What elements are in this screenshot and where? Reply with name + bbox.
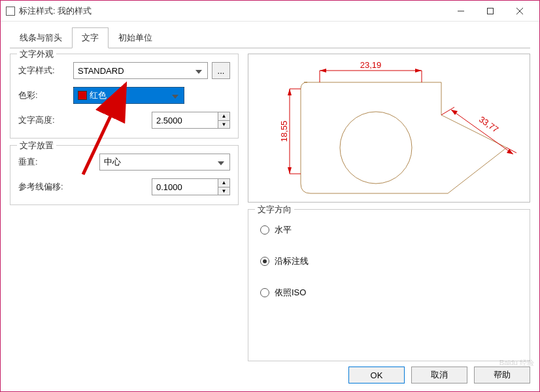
spinner-up-icon[interactable]: ▲ — [218, 112, 229, 121]
text-height-input[interactable] — [152, 112, 218, 128]
color-value: 红色 — [90, 90, 107, 101]
radio-aligned[interactable]: 沿标注线 — [260, 255, 518, 267]
maximize-button[interactable] — [475, 1, 505, 21]
svg-text:33,77: 33,77 — [477, 114, 500, 135]
svg-marker-4 — [195, 70, 202, 74]
spinner-up-icon[interactable]: ▲ — [218, 179, 229, 188]
svg-marker-16 — [288, 167, 292, 174]
svg-marker-5 — [172, 95, 178, 99]
text-style-label: 文字样式: — [18, 65, 73, 76]
radio-icon — [260, 225, 269, 235]
ok-button[interactable]: OK — [348, 367, 405, 384]
titlebar: 标注样式: 我的样式 — [1, 1, 539, 22]
offset-input[interactable] — [152, 179, 218, 195]
svg-text:23,19: 23,19 — [360, 60, 382, 70]
text-appearance-label: 文字外观 — [17, 48, 56, 60]
tab-bar: 线条与箭头 文字 初始单位 — [10, 27, 530, 48]
svg-point-7 — [340, 112, 412, 184]
vertical-value: 中心 — [104, 156, 121, 168]
preview-pane: 23,19 18,55 33,77 — [248, 54, 530, 203]
text-height-spinner[interactable]: ▲ ▼ — [152, 112, 230, 129]
svg-marker-21 — [451, 110, 458, 115]
radio-horizontal[interactable]: 水平 — [260, 224, 518, 236]
tab-primary-units[interactable]: 初始单位 — [109, 27, 162, 48]
radio-icon — [260, 288, 269, 297]
app-icon — [6, 7, 15, 16]
offset-label: 参考线偏移: — [18, 181, 73, 193]
chevron-down-icon — [193, 66, 205, 76]
tab-lines-arrows[interactable]: 线条与箭头 — [10, 27, 72, 48]
text-appearance-group: 文字外观 文字样式: STANDARD ... 色彩: — [10, 54, 239, 139]
chevron-down-icon — [215, 157, 227, 167]
window-title: 标注样式: 我的样式 — [19, 5, 446, 17]
text-placement-label: 文字放置 — [17, 140, 56, 152]
help-button[interactable]: 帮助 — [474, 367, 530, 384]
text-style-combo[interactable]: STANDARD — [73, 62, 208, 79]
radio-iso[interactable]: 依照ISO — [260, 287, 518, 299]
tab-text[interactable]: 文字 — [72, 27, 109, 48]
color-combo[interactable]: 红色 — [73, 87, 184, 104]
radio-label: 沿标注线 — [275, 255, 309, 267]
vertical-combo[interactable]: 中心 — [99, 154, 230, 171]
style-browse-button[interactable]: ... — [212, 62, 230, 79]
text-placement-group: 文字放置 垂直: 中心 参考线偏移: — [10, 145, 239, 205]
svg-marker-15 — [288, 89, 292, 95]
color-label: 色彩: — [18, 90, 73, 101]
minimize-button[interactable] — [446, 1, 475, 21]
vertical-label: 垂直: — [18, 156, 73, 168]
text-style-value: STANDARD — [78, 66, 124, 76]
cancel-button[interactable]: 取消 — [411, 367, 467, 384]
radio-icon — [260, 257, 269, 266]
close-button[interactable] — [505, 1, 534, 21]
text-direction-group: 文字方向 水平 沿标注线 依照ISO — [248, 209, 530, 361]
color-swatch-icon — [78, 91, 87, 100]
radio-label: 依照ISO — [275, 287, 306, 299]
text-direction-label: 文字方向 — [255, 204, 294, 216]
text-height-label: 文字高度: — [18, 114, 73, 126]
radio-label: 水平 — [275, 224, 292, 236]
offset-spinner[interactable]: ▲ ▼ — [152, 178, 230, 195]
spinner-down-icon[interactable]: ▼ — [218, 188, 229, 195]
svg-rect-1 — [487, 8, 493, 14]
svg-marker-10 — [415, 69, 422, 73]
svg-marker-9 — [320, 69, 326, 73]
svg-text:18,55: 18,55 — [279, 121, 289, 142]
chevron-down-icon — [169, 91, 181, 101]
spinner-down-icon[interactable]: ▼ — [218, 121, 229, 129]
svg-marker-6 — [218, 161, 224, 165]
